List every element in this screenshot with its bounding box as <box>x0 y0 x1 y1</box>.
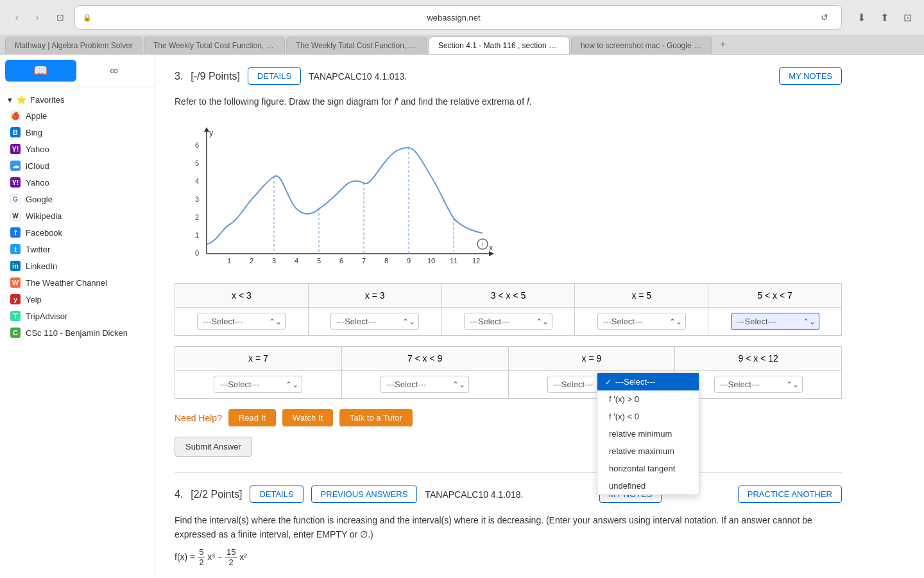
formula-prefix: f(x) = <box>175 552 198 562</box>
weather-favicon: W <box>10 277 21 288</box>
function-graph: y x 0 1 2 3 4 5 6 1 2 3 <box>181 125 502 267</box>
tab-section41[interactable]: Section 4.1 - Math 116 , section 101, Su… <box>429 37 570 54</box>
sidebar-tab-bookmarks[interactable]: 📖 <box>5 60 76 82</box>
svg-text:1: 1 <box>195 231 199 239</box>
tab-weekly2[interactable]: The Weekly Total Cost Function, In Dolla… <box>286 37 427 54</box>
cell-x-lt-3: ---Select--- f ′(x) > 0 f ′(x) < 0 relat… <box>175 308 309 336</box>
sidebar-item-bing[interactable]: B Bing <box>0 124 155 141</box>
cell-9-lt-x-lt-12: ---Select--- f ′(x) > 0 f ′(x) < 0 relat… <box>675 371 842 399</box>
q3-my-notes-button[interactable]: MY NOTES <box>779 67 842 85</box>
dropdown-option-fprime-lt-0[interactable]: f ′(x) < 0 <box>597 408 699 425</box>
dropdown-option-select[interactable]: ✓ ---Select--- <box>597 373 699 390</box>
download-button[interactable]: ⬇ <box>852 8 870 26</box>
tab-mathway[interactable]: Mathway | Algebra Problem Solver <box>5 37 142 54</box>
select-5-lt-x-lt-7[interactable]: ---Select--- f ′(x) > 0 f ′(x) < 0 relat… <box>731 313 819 330</box>
dropdown-option-label: ---Select--- <box>615 377 655 387</box>
csc-favicon: C <box>10 328 21 338</box>
dropdown-option-horiz-tangent[interactable]: horizontal tangent <box>597 460 699 477</box>
apple-label: Apple <box>26 111 47 121</box>
address-text: webassign.net <box>96 13 812 22</box>
select-x-eq-7[interactable]: ---Select--- f ′(x) > 0 f ′(x) < 0 relat… <box>214 376 302 393</box>
select-wrapper-4: ---Select--- f ′(x) > 0 f ′(x) < 0 relat… <box>597 313 686 330</box>
sidebar-tab-reading[interactable]: ∞ <box>79 60 150 82</box>
sidebar-item-twitter[interactable]: t Twitter <box>0 241 155 258</box>
sidebar-item-csc[interactable]: C CSc 110 - Benjamin Dicken <box>0 324 155 341</box>
dropdown-option-rel-min[interactable]: relative minimum <box>597 425 699 442</box>
wikipedia-favicon: W <box>10 211 21 221</box>
select-7-lt-x-lt-9[interactable]: ---Select--- f ′(x) > 0 f ′(x) < 0 relat… <box>381 376 469 393</box>
q4-practice-button[interactable]: PRACTICE ANOTHER <box>738 486 842 503</box>
select-x-eq-3[interactable]: ---Select--- f ′(x) > 0 f ′(x) < 0 relat… <box>330 313 419 330</box>
dropdown-fprime-gt-0-label: f ′(x) > 0 <box>609 394 639 404</box>
dropdown-option-fprime-gt-0[interactable]: f ′(x) > 0 <box>597 390 699 408</box>
formula-fraction1: 5 2 <box>198 547 205 568</box>
q4-prev-answers-button[interactable]: PREVIOUS ANSWERS <box>311 486 418 503</box>
sidebar-item-facebook[interactable]: f Facebook <box>0 224 155 241</box>
address-bar[interactable]: 🔒 webassign.net ↺ <box>74 5 842 30</box>
new-tab-button[interactable]: + <box>714 35 732 54</box>
talk-to-tutor-button[interactable]: Talk to a Tutor <box>339 409 413 426</box>
back-button[interactable]: ‹ <box>8 8 26 26</box>
dropdown-option-rel-max[interactable]: relative maximum <box>597 442 699 460</box>
col-header-x-eq-3: x = 3 <box>308 284 441 308</box>
tripadvisor-label: TripAdvisor <box>26 311 67 321</box>
q3-details-button[interactable]: DETAILS <box>248 67 301 85</box>
select-x-eq-5[interactable]: ---Select--- f ′(x) > 0 f ′(x) < 0 relat… <box>597 313 686 330</box>
sidebar-section-header[interactable]: ▾ ⭐ Favorites <box>0 92 155 107</box>
q4-code: TANAPCALC10 4.1.018. <box>425 489 523 500</box>
sidebar-item-google[interactable]: G Google <box>0 191 155 207</box>
q4-details-button[interactable]: DETAILS <box>250 486 303 503</box>
select-wrapper-2: ---Select--- f ′(x) > 0 f ′(x) < 0 relat… <box>330 313 419 330</box>
dropdown-undefined-label: undefined <box>609 481 646 491</box>
reload-button[interactable]: ↺ <box>816 8 834 26</box>
dropdown-rel-min-label: relative minimum <box>609 429 672 439</box>
svg-text:3: 3 <box>195 195 199 203</box>
svg-text:2: 2 <box>250 257 253 265</box>
yahoo1-label: Yahoo <box>26 144 49 154</box>
help-section: Need Help? Read It Watch It Talk to a Tu… <box>175 409 842 426</box>
select-wrapper-6: ---Select--- f ′(x) > 0 f ′(x) < 0 relat… <box>214 376 302 393</box>
sidebar-item-icloud[interactable]: ☁ iCloud <box>0 157 155 174</box>
forward-button[interactable]: › <box>28 8 46 26</box>
svg-text:4: 4 <box>295 257 298 265</box>
apple-favicon: 🍎 <box>10 110 21 121</box>
svg-text:9: 9 <box>407 257 411 265</box>
col-header-x-lt-3: x < 3 <box>175 284 309 308</box>
fullscreen-button[interactable]: ⊡ <box>898 8 916 26</box>
select-wrapper-5: ---Select--- f ′(x) > 0 f ′(x) < 0 relat… <box>731 313 819 330</box>
read-it-button[interactable]: Read It <box>228 409 276 426</box>
question3: 3. [-/9 Points] DETAILS TANAPCALC10 4.1.… <box>175 67 842 457</box>
select-3-lt-x-lt-5[interactable]: ---Select--- f ′(x) > 0 f ′(x) < 0 relat… <box>464 313 552 330</box>
tab-screenshot[interactable]: how to screenshot mac - Google Search <box>571 37 712 54</box>
sidebar-item-yahoo2[interactable]: Y! Yahoo <box>0 174 155 191</box>
sidebar-item-yahoo1[interactable]: Y! Yahoo <box>0 141 155 157</box>
bing-favicon: B <box>10 127 21 137</box>
watch-it-button[interactable]: Watch It <box>282 409 333 426</box>
sidebar-item-linkedin[interactable]: in LinkedIn <box>0 258 155 274</box>
sidebar-item-apple[interactable]: 🍎 Apple <box>0 107 155 124</box>
submit-answer-button[interactable]: Submit Answer <box>175 437 252 457</box>
svg-text:1: 1 <box>227 257 231 265</box>
tab-weekly1[interactable]: The Weekly Total Cost Function, In Dolla… <box>144 37 285 54</box>
cell-7-lt-x-lt-9: ---Select--- f ′(x) > 0 f ′(x) < 0 relat… <box>341 371 508 399</box>
sign-table-row2: x = 7 7 < x < 9 x = 9 9 < x < 12 ---Sele… <box>175 346 842 399</box>
yelp-label: Yelp <box>26 295 42 304</box>
google-favicon: G <box>10 194 21 204</box>
share-button[interactable]: ⬆ <box>875 8 893 26</box>
tab-view-button[interactable]: ⊡ <box>51 8 69 26</box>
sidebar-item-weather[interactable]: W The Weather Channel <box>0 274 155 291</box>
browser-chrome: ‹ › ⊡ 🔒 webassign.net ↺ ⬇ ⬆ ⊡ Mathway | … <box>0 0 924 55</box>
sidebar-favorites-section: ▾ ⭐ Favorites 🍎 Apple B Bing Y! Yahoo ☁ … <box>0 87 155 346</box>
star-icon: ⭐ <box>16 95 26 105</box>
select-x-lt-3[interactable]: ---Select--- f ′(x) > 0 f ′(x) < 0 relat… <box>197 313 286 330</box>
col-header-7-lt-x-lt-9: 7 < x < 9 <box>341 347 508 371</box>
sidebar-item-yelp[interactable]: y Yelp <box>0 291 155 308</box>
select-9-lt-x-lt-12[interactable]: ---Select--- f ′(x) > 0 f ′(x) < 0 relat… <box>714 376 803 393</box>
col-header-x-eq-5: x = 5 <box>575 284 708 308</box>
sidebar-item-wikipedia[interactable]: W Wikipedia <box>0 207 155 224</box>
dropdown-rel-max-label: relative maximum <box>609 446 674 456</box>
dropdown-option-undefined[interactable]: undefined <box>597 477 699 495</box>
q4-instruction: Find the interval(s) where the function … <box>175 513 842 542</box>
browser-icons: ⬇ ⬆ ⊡ <box>852 8 916 26</box>
sidebar-item-tripadvisor[interactable]: T TripAdvisor <box>0 308 155 324</box>
